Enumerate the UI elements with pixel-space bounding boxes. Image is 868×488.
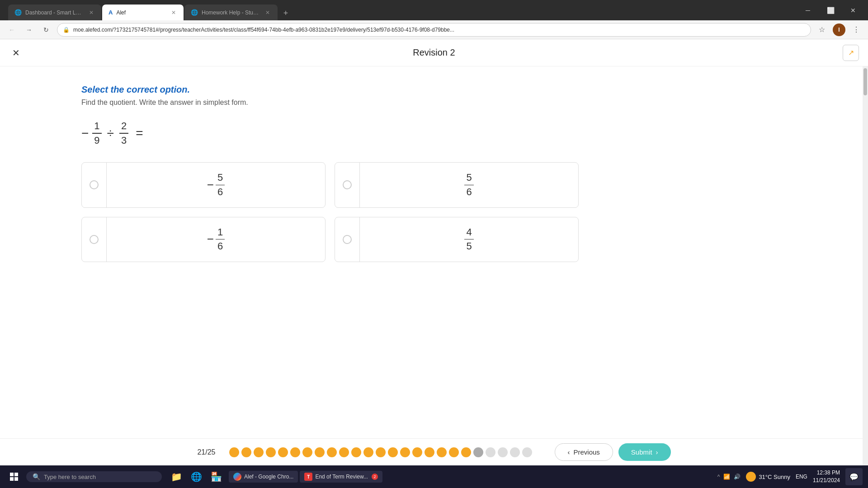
security-icon: 🔒 <box>63 27 70 33</box>
tab-studyx-close[interactable]: ✕ <box>264 9 271 16</box>
frac2-denominator: 3 <box>119 135 128 146</box>
tab-dashboard-label: Dashboard - Smart Learning Ga <box>25 9 84 16</box>
tab-dashboard-close[interactable]: ✕ <box>88 9 95 16</box>
progress-dots <box>229 447 532 457</box>
taskbar-app-explorer[interactable]: 📁 <box>167 468 185 486</box>
address-bar: ← → ↻ 🔒 moe.alefed.com/?1732175745781#/p… <box>0 20 868 39</box>
option-B-num: 5 <box>464 172 473 183</box>
taskbar-active-review[interactable]: T End of Term Review... 2 <box>300 471 382 483</box>
option-A-minus: − <box>207 178 214 192</box>
option-B[interactable]: 5 6 <box>335 162 579 207</box>
progress-dot-16 <box>412 447 422 457</box>
tab-dashboard[interactable]: 🌐 Dashboard - Smart Learning Ga ✕ <box>8 5 101 20</box>
taskbar-apps: 📁 🌐 🏪 <box>167 468 225 486</box>
option-B-den: 6 <box>464 186 473 198</box>
submit-button[interactable]: Submit › <box>618 443 671 461</box>
review-app-label: End of Term Review... <box>315 474 368 480</box>
options-grid: − 5 6 5 6 <box>81 162 579 262</box>
nav-buttons: ‹ Previous Submit › <box>555 443 671 461</box>
option-C-radio-area <box>82 217 107 262</box>
option-C[interactable]: − 1 6 <box>81 217 326 262</box>
option-A-num: 5 <box>216 172 225 183</box>
url-bar[interactable]: 🔒 moe.alefed.com/?1732175745781#/progres… <box>57 23 811 37</box>
taskbar-app-edge[interactable]: 🌐 <box>187 468 205 486</box>
progress-dot-current <box>473 447 483 457</box>
divide-sign: ÷ <box>107 126 114 141</box>
profile-button[interactable]: I <box>833 23 845 36</box>
taskbar-search[interactable]: 🔍 Type here to search <box>26 471 162 482</box>
option-A-radio[interactable] <box>90 180 99 189</box>
frac1-numerator: 1 <box>92 120 101 132</box>
instruction-bold: Select the correct option. <box>81 84 787 95</box>
tab-alef-icon: A <box>108 9 113 16</box>
sun-icon <box>746 472 756 482</box>
restore-button[interactable]: ⬜ <box>820 3 841 18</box>
review-notif-badge: 2 <box>372 474 378 480</box>
tab-studyx[interactable]: 🌐 Homework Help - StudyX ✕ <box>184 5 278 20</box>
option-A-radio-area <box>82 163 107 207</box>
content-area: Select the correct option. Find the quot… <box>0 66 868 438</box>
option-C-content: − 1 6 <box>107 217 325 262</box>
tab-alef-close[interactable]: ✕ <box>170 9 177 16</box>
previous-button[interactable]: ‹ Previous <box>555 443 613 461</box>
option-D-radio-area <box>335 217 360 262</box>
taskbar-app-store[interactable]: 🏪 <box>207 468 225 486</box>
option-B-radio[interactable] <box>343 180 352 189</box>
refresh-button[interactable]: ↻ <box>40 23 52 36</box>
wifi-icon: 📶 <box>723 474 730 480</box>
progress-dot-7 <box>302 447 312 457</box>
more-options-button[interactable]: ⋮ <box>850 23 863 36</box>
language-indicator: ENG <box>796 474 807 480</box>
option-D-radio[interactable] <box>343 235 352 244</box>
tab-alef[interactable]: A Alef ✕ <box>102 5 184 20</box>
submit-label: Submit <box>631 448 652 456</box>
progress-dot-25 <box>522 447 532 457</box>
equals-sign: = <box>136 126 143 141</box>
back-button[interactable]: ← <box>5 23 18 36</box>
expand-button[interactable]: ↗ <box>843 45 859 61</box>
scrollbar-thumb[interactable] <box>863 68 867 95</box>
progress-dot-22 <box>486 447 495 457</box>
new-tab-button[interactable]: + <box>278 6 293 20</box>
option-C-minus: − <box>207 232 214 246</box>
browser-chrome: 🌐 Dashboard - Smart Learning Ga ✕ A Alef… <box>0 0 868 20</box>
taskbar: 🔍 Type here to search 📁 🌐 🏪 Alef - Googl… <box>0 465 868 488</box>
progress-dot-9 <box>327 447 337 457</box>
scrollbar[interactable] <box>863 66 868 465</box>
option-A[interactable]: − 5 6 <box>81 162 326 207</box>
notification-icon: 💬 <box>849 473 859 481</box>
page-title: Revision 2 <box>413 47 455 58</box>
close-page-button[interactable]: ✕ <box>9 46 23 60</box>
forward-button[interactable]: → <box>23 23 35 36</box>
progress-dot-6 <box>290 447 300 457</box>
weather-text: 31°C Sunny <box>759 474 790 480</box>
start-button[interactable] <box>5 468 23 485</box>
frac2-line <box>119 133 128 134</box>
progress-dot-11 <box>351 447 361 457</box>
option-B-fraction: 5 6 <box>464 172 473 198</box>
progress-label: 21/25 <box>197 448 215 456</box>
frac1-line <box>92 133 101 134</box>
minimize-button[interactable]: ─ <box>797 3 818 18</box>
progress-dot-10 <box>339 447 349 457</box>
bottom-bar: 21/25 ‹ Previous S <box>0 438 868 465</box>
progress-dot-14 <box>388 447 398 457</box>
chevron-left-icon: ‹ <box>568 448 570 456</box>
progress-dot-2 <box>241 447 251 457</box>
chevron-right-icon: › <box>656 448 658 456</box>
previous-label: Previous <box>574 448 600 456</box>
progress-dot-13 <box>376 447 386 457</box>
close-window-button[interactable]: ✕ <box>843 3 863 18</box>
taskbar-right: ^ 📶 🔊 31°C Sunny ENG 12:38 PM 11/21/2024… <box>717 468 863 485</box>
notifications-button[interactable]: 💬 <box>845 468 863 485</box>
bookmark-button[interactable]: ☆ <box>816 23 828 36</box>
option-B-line <box>464 185 473 186</box>
chevron-up-icon[interactable]: ^ <box>717 474 720 480</box>
option-B-radio-area <box>335 163 360 207</box>
taskbar-active-apps: Alef - Google Chro... T End of Term Revi… <box>229 471 382 483</box>
tab-dashboard-icon: 🌐 <box>14 9 22 16</box>
option-C-den: 6 <box>216 240 225 252</box>
taskbar-active-chrome[interactable]: Alef - Google Chro... <box>229 471 298 483</box>
option-D[interactable]: 4 5 <box>335 217 579 262</box>
option-C-radio[interactable] <box>90 235 99 244</box>
